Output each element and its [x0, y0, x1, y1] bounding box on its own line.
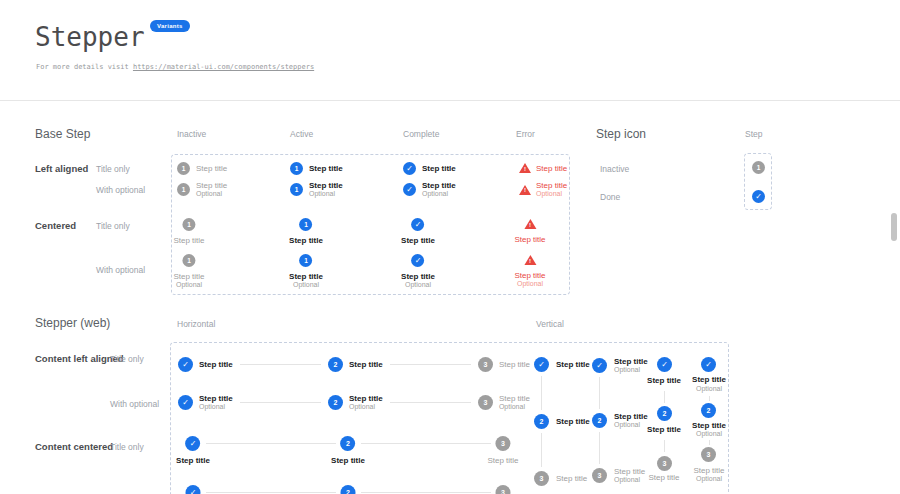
row-label-inactive: Inactive — [600, 164, 629, 174]
variant-label-title-only: Title only — [96, 221, 130, 231]
step-cell-error-optional: !Step titleOptional — [519, 181, 567, 198]
variants-badge: Variants — [150, 20, 190, 32]
connector-line — [361, 492, 491, 493]
step-number-icon: 3 — [592, 468, 607, 483]
step-title: Step title — [514, 271, 545, 280]
variant-label-title-only: Title only — [110, 442, 144, 452]
vertical-step-active: 2Step titleOptional — [592, 412, 648, 429]
step-title: Step title — [499, 360, 530, 369]
page-title: Stepper — [35, 22, 145, 52]
scrollbar-thumb[interactable] — [891, 213, 897, 241]
connector-line — [361, 443, 491, 444]
vertical-step-inactive: 3Step title — [534, 471, 587, 486]
step-number-icon: 1 — [182, 218, 195, 231]
stepper-step-complete: ✓Step titleOptional — [178, 394, 233, 411]
stepper-step-inactive: 3Step title — [487, 436, 518, 465]
step-optional: Optional — [293, 281, 319, 289]
step-cell-centered-inactive-optional: 1Step titleOptional — [173, 254, 204, 289]
step-number-icon: 3 — [495, 436, 510, 451]
step-optional: Optional — [614, 476, 645, 484]
vertical-step-complete: ✓Step titleOptional — [592, 357, 648, 374]
step-optional: Optional — [422, 190, 456, 198]
step-optional: Optional — [696, 385, 722, 393]
step-cell-active-title: 1Step title — [290, 162, 343, 175]
step-number-icon: 2 — [592, 413, 607, 428]
doc-link[interactable]: https://material-ui.com/components/stepp… — [133, 63, 314, 71]
step-title: Step title — [349, 360, 383, 369]
step-number-icon: 3 — [701, 447, 716, 462]
step-cell-inactive-optional: 1Step titleOptional — [177, 181, 227, 198]
step-optional: Optional — [517, 280, 543, 288]
step-title: Step title — [401, 272, 435, 281]
column-header-complete: Complete — [403, 129, 439, 139]
check-icon: ✓ — [534, 357, 549, 372]
step-title: Step title — [647, 376, 681, 385]
stepper-step-active: 2Step title — [331, 436, 365, 465]
vertical-step-active: 2Step title — [534, 414, 590, 429]
stepper-step-complete: ✓Step title — [178, 357, 233, 372]
connector-line — [709, 440, 710, 445]
variant-label-title-only: Title only — [96, 164, 130, 174]
step-optional: Optional — [349, 403, 383, 411]
step-title: Step title — [487, 456, 518, 465]
vertical-step-complete: ✓Step title — [534, 357, 590, 372]
step-number-icon: 2 — [657, 406, 672, 421]
column-header-horizontal: Horizontal — [177, 319, 215, 329]
step-optional: Optional — [536, 190, 567, 198]
step-number-icon: 2 — [341, 436, 356, 451]
check-icon: ✓ — [178, 395, 193, 410]
connector-line — [541, 376, 542, 410]
step-cell-centered-active-optional: 1Step titleOptional — [289, 254, 323, 289]
step-title: Step title — [556, 360, 590, 369]
step-title: Step title — [692, 375, 726, 384]
check-icon: ✓ — [657, 357, 672, 372]
header-divider — [0, 100, 900, 101]
warning-icon: ! — [519, 163, 531, 173]
variant-label-with-optional: With optional — [96, 265, 145, 275]
check-icon: ✓ — [592, 358, 607, 373]
stepper-step-inactive: 3Step title — [478, 357, 530, 372]
warning-icon: ! — [524, 219, 536, 229]
step-title: Step title — [349, 394, 383, 403]
connector-line — [206, 443, 336, 444]
step-title: Step title — [199, 360, 233, 369]
row-label-centered: Centered — [35, 220, 76, 231]
step-number-icon: 2 — [328, 395, 343, 410]
step-cell-centered-inactive: 1Step title — [173, 218, 204, 245]
step-title: Step title — [196, 164, 227, 173]
step-title: Step title — [614, 412, 648, 421]
step-optional: Optional — [696, 430, 722, 438]
step-title: Step title — [556, 417, 590, 426]
step-number-icon: 2 — [534, 414, 549, 429]
step-cell-centered-complete: ✓Step title — [401, 218, 435, 245]
step-optional: Optional — [199, 403, 233, 411]
connector-line — [206, 492, 336, 493]
step-title: Step title — [289, 272, 323, 281]
section-title-step-icon: Step icon — [596, 127, 646, 141]
step-cell-centered-error: !Step title — [514, 219, 545, 244]
step-title: Step title — [309, 181, 343, 190]
column-header-inactive: Inactive — [177, 129, 206, 139]
step-cell-active-optional: 1Step titleOptional — [290, 181, 343, 198]
connector-line — [709, 396, 710, 401]
connector-line — [390, 364, 471, 365]
base-step-box — [171, 154, 570, 295]
step-cell-centered-active: 1Step title — [289, 218, 323, 245]
check-icon: ✓ — [178, 357, 193, 372]
connector-line — [240, 402, 321, 403]
step-title: Step title — [176, 456, 210, 465]
column-header-active: Active — [290, 129, 313, 139]
page-canvas: { "page": { "title": "Stepper", "badge":… — [0, 0, 900, 494]
connector-line — [664, 391, 665, 403]
step-number-icon: 3 — [478, 357, 493, 372]
step-optional: Optional — [196, 190, 227, 198]
step-number-icon: 3 — [534, 471, 549, 486]
stepper-step-complete: ✓Step title — [176, 436, 210, 465]
step-number-icon: 1 — [752, 161, 765, 174]
check-icon: ✓ — [403, 183, 416, 196]
warning-icon: ! — [519, 185, 531, 195]
variant-label-with-optional: With optional — [96, 185, 145, 195]
column-header-error: Error — [516, 129, 535, 139]
connector-line — [240, 364, 321, 365]
step-number-icon: 1 — [290, 183, 303, 196]
